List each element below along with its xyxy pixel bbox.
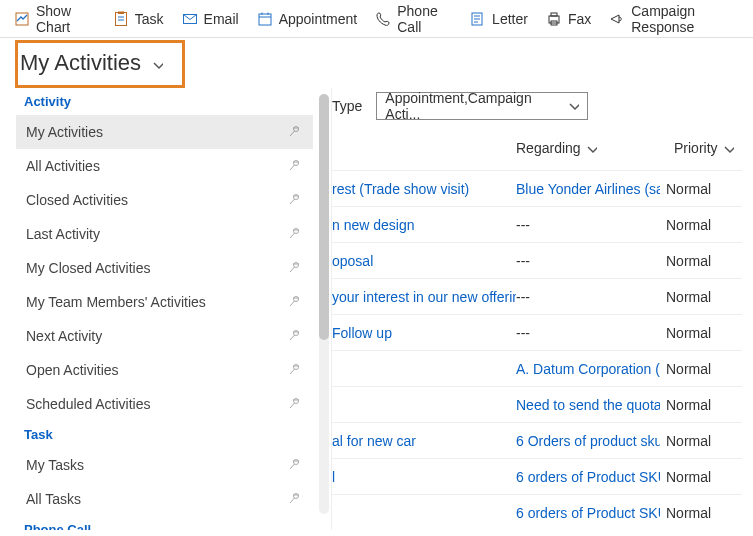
column-header-priority-label: Priority bbox=[674, 140, 718, 156]
column-header-regarding-label: Regarding bbox=[516, 140, 581, 156]
campaign-response-button[interactable]: Campaign Response bbox=[601, 0, 747, 39]
pin-icon[interactable] bbox=[287, 457, 303, 473]
dropdown-item[interactable]: Next Activity bbox=[16, 319, 313, 353]
letter-icon bbox=[470, 11, 486, 27]
dropdown-section-title: Phone Call bbox=[16, 516, 313, 530]
dropdown-item[interactable]: My Closed Activities bbox=[16, 251, 313, 285]
chevron-down-icon bbox=[567, 98, 579, 114]
letter-button[interactable]: Letter bbox=[462, 7, 536, 31]
dropdown-item[interactable]: Open Activities bbox=[16, 353, 313, 387]
pin-icon[interactable] bbox=[287, 491, 303, 507]
grid-rows: rest (Trade show visit)Blue Yonder Airli… bbox=[332, 170, 742, 530]
cell-subject[interactable]: n new design bbox=[332, 217, 516, 233]
cell-priority: Normal bbox=[660, 181, 730, 197]
table-row[interactable]: l6 orders of Product SKU .Normal bbox=[332, 458, 742, 494]
chart-icon bbox=[14, 11, 30, 27]
activity-type-label: Type bbox=[332, 98, 362, 114]
pin-icon[interactable] bbox=[287, 226, 303, 242]
dropdown-item-label: All Activities bbox=[26, 158, 100, 174]
pin-icon[interactable] bbox=[287, 328, 303, 344]
cell-subject[interactable]: oposal bbox=[332, 253, 516, 269]
activity-type-select[interactable]: Appointment,Campaign Acti... bbox=[376, 92, 588, 120]
table-row[interactable]: 6 orders of Product SKU .Normal bbox=[332, 494, 742, 530]
dropdown-section-title: Task bbox=[16, 421, 313, 448]
dropdown-item[interactable]: My Team Members' Activities bbox=[16, 285, 313, 319]
cell-subject[interactable]: rest (Trade show visit) bbox=[332, 181, 516, 197]
pin-icon[interactable] bbox=[287, 124, 303, 140]
dropdown-item[interactable]: My Activities bbox=[16, 115, 313, 149]
pin-icon[interactable] bbox=[287, 260, 303, 276]
task-button[interactable]: Task bbox=[105, 7, 172, 31]
phone-call-label: Phone Call bbox=[397, 3, 452, 35]
cell-regarding: --- bbox=[516, 325, 660, 341]
dropdown-item-label: My Team Members' Activities bbox=[26, 294, 206, 310]
pin-icon[interactable] bbox=[287, 158, 303, 174]
cell-regarding: --- bbox=[516, 253, 660, 269]
cell-subject[interactable]: Follow up bbox=[332, 325, 516, 341]
chevron-down-icon bbox=[151, 50, 163, 76]
dropdown-item-label: Scheduled Activities bbox=[26, 396, 151, 412]
cell-regarding[interactable]: Blue Yonder Airlines (sam bbox=[516, 181, 660, 197]
view-switcher-label: My Activities bbox=[20, 50, 141, 76]
cell-priority: Normal bbox=[660, 325, 730, 341]
cell-regarding[interactable]: A. Datum Corporation (sa bbox=[516, 361, 660, 377]
email-icon bbox=[182, 11, 198, 27]
email-label: Email bbox=[204, 11, 239, 27]
fax-button[interactable]: Fax bbox=[538, 7, 599, 31]
cell-regarding[interactable]: 6 orders of Product SKU . bbox=[516, 505, 660, 521]
scrollbar-thumb[interactable] bbox=[319, 94, 329, 340]
pin-icon[interactable] bbox=[287, 192, 303, 208]
table-row[interactable]: A. Datum Corporation (saNormal bbox=[332, 350, 742, 386]
table-row[interactable]: rest (Trade show visit)Blue Yonder Airli… bbox=[332, 170, 742, 206]
table-row[interactable]: Need to send the quotatiNormal bbox=[332, 386, 742, 422]
dropdown-item-label: Next Activity bbox=[26, 328, 102, 344]
pin-icon[interactable] bbox=[287, 294, 303, 310]
show-chart-button[interactable]: Show Chart bbox=[6, 0, 103, 39]
dropdown-item[interactable]: My Tasks bbox=[16, 448, 313, 482]
dropdown-item-label: My Tasks bbox=[26, 457, 84, 473]
cell-regarding[interactable]: 6 orders of Product SKU . bbox=[516, 469, 660, 485]
campaign-icon bbox=[609, 11, 625, 27]
pin-icon[interactable] bbox=[287, 396, 303, 412]
table-row[interactable]: al for new car6 Orders of product sku JN… bbox=[332, 422, 742, 458]
cell-priority: Normal bbox=[660, 505, 730, 521]
cell-priority: Normal bbox=[660, 469, 730, 485]
cell-regarding: --- bbox=[516, 217, 660, 233]
dropdown-item-label: Open Activities bbox=[26, 362, 119, 378]
column-header-priority[interactable]: Priority bbox=[674, 140, 734, 156]
view-dropdown: ActivityMy ActivitiesAll ActivitiesClose… bbox=[16, 88, 332, 530]
table-row[interactable]: n new design---Normal bbox=[332, 206, 742, 242]
cell-regarding: --- bbox=[516, 289, 660, 305]
appointment-button[interactable]: Appointment bbox=[249, 7, 366, 31]
fax-label: Fax bbox=[568, 11, 591, 27]
dropdown-item[interactable]: Closed Activities bbox=[16, 183, 313, 217]
pin-icon[interactable] bbox=[287, 362, 303, 378]
dropdown-item-label: My Activities bbox=[26, 124, 103, 140]
cell-priority: Normal bbox=[660, 433, 730, 449]
view-switcher[interactable]: My Activities bbox=[12, 40, 179, 86]
cell-priority: Normal bbox=[660, 289, 730, 305]
cell-regarding[interactable]: Need to send the quotati bbox=[516, 397, 660, 413]
cell-subject[interactable]: your interest in our new offerings bbox=[332, 289, 516, 305]
table-row[interactable]: your interest in our new offerings---Nor… bbox=[332, 278, 742, 314]
cell-priority: Normal bbox=[660, 217, 730, 233]
phone-call-button[interactable]: Phone Call bbox=[367, 0, 460, 39]
cell-regarding[interactable]: 6 Orders of product sku J bbox=[516, 433, 660, 449]
dropdown-item-label: Closed Activities bbox=[26, 192, 128, 208]
campaign-response-label: Campaign Response bbox=[631, 3, 739, 35]
table-row[interactable]: oposal---Normal bbox=[332, 242, 742, 278]
email-button[interactable]: Email bbox=[174, 7, 247, 31]
cell-priority: Normal bbox=[660, 397, 730, 413]
table-row[interactable]: Follow up---Normal bbox=[332, 314, 742, 350]
cell-subject[interactable]: l bbox=[332, 469, 516, 485]
cell-subject[interactable]: al for new car bbox=[332, 433, 516, 449]
dropdown-item-label: All Tasks bbox=[26, 491, 81, 507]
dropdown-item[interactable]: All Tasks bbox=[16, 482, 313, 516]
dropdown-item[interactable]: All Activities bbox=[16, 149, 313, 183]
appointment-icon bbox=[257, 11, 273, 27]
activity-type-selected: Appointment,Campaign Acti... bbox=[385, 90, 567, 122]
dropdown-item[interactable]: Last Activity bbox=[16, 217, 313, 251]
column-header-regarding[interactable]: Regarding bbox=[516, 140, 597, 156]
dropdown-item[interactable]: Scheduled Activities bbox=[16, 387, 313, 421]
chevron-down-icon bbox=[722, 142, 734, 154]
